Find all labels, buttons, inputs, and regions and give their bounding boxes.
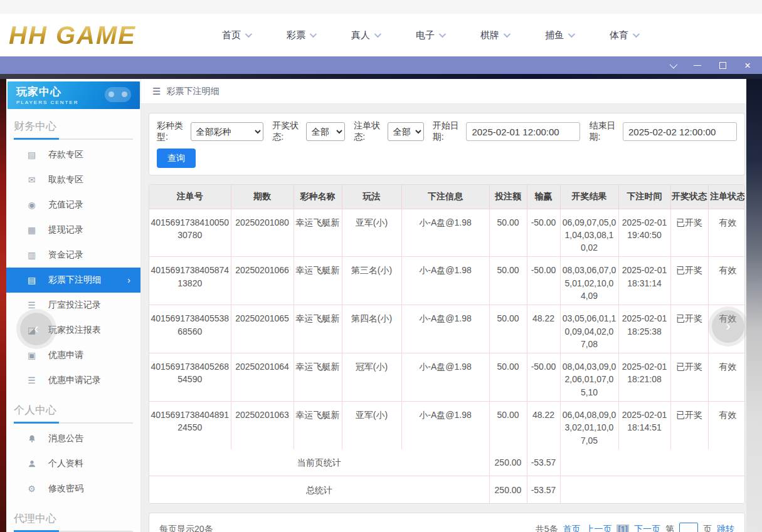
summary-win-loss: -53.57 — [527, 449, 560, 476]
cell-order-id: 401569173840587413820 — [149, 257, 231, 305]
cell-draw-result: 06,09,07,05,01,04,03,08,10,02 — [560, 209, 618, 257]
carousel-prev-button[interactable]: ‹ — [20, 313, 53, 345]
background-right-strip — [746, 79, 762, 532]
start-date-input[interactable] — [466, 122, 580, 141]
cell-bet-amount: 50.00 — [489, 257, 527, 305]
close-button[interactable]: × — [742, 60, 753, 71]
chevron-right-icon: › — [127, 275, 130, 285]
cell-period: 20250201064 — [231, 353, 294, 402]
nav-label: 首页 — [222, 29, 241, 41]
deposit-icon: ▤ — [26, 150, 37, 160]
order-status-label: 注单状态: — [354, 120, 384, 143]
page-suffix-text: 页 — [703, 524, 712, 532]
hamburger-icon[interactable]: ☰ — [152, 86, 161, 97]
nav-label: 捕鱼 — [545, 29, 564, 41]
page-jump-input[interactable] — [679, 523, 698, 532]
section-divider — [14, 138, 133, 140]
section-divider — [14, 422, 133, 424]
summary-row-current-page: 当前页统计 250.00 -53.57 — [149, 449, 745, 476]
sidebar-item-label: 消息公告 — [48, 433, 83, 444]
search-button[interactable]: 查询 — [157, 149, 196, 168]
sidebar-item-withdraw[interactable]: ✉ 取款专区 — [6, 167, 140, 192]
window-dropdown-button[interactable] — [667, 60, 678, 71]
nav-item-home[interactable]: 首页 — [222, 29, 250, 41]
sidebar-item-announcements[interactable]: 消息公告 — [6, 426, 140, 451]
sidebar-item-funds-record[interactable]: ▥ 资金记录 — [6, 243, 140, 268]
sidebar-item-change-password[interactable]: ⚙ 修改密码 — [6, 476, 140, 501]
bets-table-card: 注单号 期数 彩种名称 玩法 下注信息 投注额 输赢 开奖结果 下注时间 开奖状… — [149, 184, 745, 504]
cell-order-id: 401569173840526854590 — [149, 353, 231, 402]
column-header: 下注时间 — [618, 185, 670, 209]
draw-status-label: 开奖状态: — [272, 120, 302, 143]
window-titlebar: × — [0, 56, 762, 74]
section-title-agent: 代理中心 — [14, 511, 133, 526]
cell-draw-status: 已开奖 — [670, 353, 708, 402]
cell-draw-status: 已开奖 — [670, 209, 708, 257]
minimize-button[interactable] — [692, 60, 703, 71]
column-header: 开奖结果 — [560, 185, 618, 209]
site-header: HH GAME 首页 彩票 真人 电子 棋牌 捕鱼 体育 — [0, 0, 762, 56]
nav-item-slots[interactable]: 电子 — [416, 29, 444, 41]
sidebar-item-recharge-record[interactable]: ◉ 充值记录 — [6, 192, 140, 217]
gear-icon: ⚙ — [26, 484, 37, 494]
summary-label: 当前页统计 — [149, 449, 489, 476]
cell-play-type: 亚军(小) — [342, 402, 401, 449]
pagination-bar: 每页显示20条 共5条 首页 上一页 [1] 下一页 第 页 跳转 — [149, 513, 745, 532]
players-center-banner: 玩家中心 PLAYERS CENTER — [8, 81, 140, 109]
sidebar-item-lottery-bet-details[interactable]: ▤ 彩票下注明细 › — [6, 268, 140, 293]
cell-draw-result: 08,04,03,09,02,06,01,07,05,10 — [560, 353, 618, 402]
prev-page-link[interactable]: 上一页 — [585, 524, 611, 532]
sidebar-item-withdraw-record[interactable]: ▦ 提现记录 — [6, 217, 140, 243]
chevron-down-icon — [669, 60, 677, 68]
window-top-border — [0, 74, 762, 79]
summary-bet-total: 250.00 — [489, 476, 527, 503]
chevron-down-icon — [245, 31, 252, 38]
summary-bet-total: 250.00 — [489, 449, 527, 476]
cell-bet-amount: 50.00 — [489, 209, 527, 257]
sidebar-item-profile[interactable]: 个人资料 — [6, 451, 140, 476]
cell-play-type: 亚军(小) — [342, 209, 401, 257]
lottery-type-select[interactable]: 全部彩种 — [191, 122, 264, 141]
cell-period: 20250201080 — [231, 209, 294, 257]
maximize-button[interactable] — [717, 60, 728, 71]
first-page-link[interactable]: 首页 — [563, 524, 580, 532]
jump-link[interactable]: 跳转 — [717, 524, 734, 532]
nav-item-cards[interactable]: 棋牌 — [480, 29, 509, 41]
sidebar-item-promo-apply[interactable]: ▣ 优惠申请 — [6, 343, 140, 368]
cell-draw-status: 已开奖 — [670, 402, 708, 449]
sidebar-item-promo-record[interactable]: ☰ 优惠申请记录 — [6, 368, 140, 393]
cell-win-loss: 48.22 — [527, 305, 560, 353]
maximize-icon — [719, 62, 726, 69]
end-date-label: 结束日期: — [589, 120, 619, 143]
start-date-label: 开始日期: — [433, 120, 463, 143]
next-page-link[interactable]: 下一页 — [634, 524, 660, 532]
cell-win-loss: -50.00 — [527, 257, 560, 305]
column-header: 彩种名称 — [294, 185, 342, 209]
draw-status-select[interactable]: 全部 — [306, 122, 345, 141]
column-header: 注单号 — [149, 185, 231, 209]
nav-item-live[interactable]: 真人 — [351, 29, 379, 41]
page-title: 彩票下注明细 — [166, 86, 219, 97]
nav-item-lottery[interactable]: 彩票 — [287, 29, 315, 41]
sidebar-item-hall-bet-records[interactable]: ☰ 厅室投注记录 — [6, 293, 140, 318]
sidebar-item-label: 玩家投注报表 — [48, 325, 101, 336]
cell-bet-info: 小-A盘@1.98 — [401, 305, 489, 353]
cell-win-loss: -50.00 — [527, 353, 560, 402]
person-icon — [26, 459, 37, 469]
order-status-select[interactable]: 全部 — [388, 122, 424, 141]
sidebar-item-label: 提现记录 — [48, 224, 83, 236]
column-header: 注单状态 — [708, 185, 745, 209]
column-header: 玩法 — [342, 185, 401, 209]
sidebar-item-deposit[interactable]: ▤ 存款专区 — [6, 142, 140, 167]
chevron-down-icon — [310, 31, 317, 38]
background-left-strip — [0, 79, 6, 532]
chevron-down-icon — [374, 31, 381, 38]
end-date-input[interactable] — [623, 122, 737, 141]
nav-item-sports[interactable]: 体育 — [610, 29, 638, 41]
sidebar-item-label: 个人资料 — [48, 458, 83, 469]
carousel-next-button[interactable]: › — [712, 310, 744, 343]
nav-item-fishing[interactable]: 捕鱼 — [545, 29, 573, 41]
cell-bet-amount: 50.00 — [489, 353, 527, 402]
nav-label: 棋牌 — [480, 29, 499, 41]
nav-label: 电子 — [416, 29, 435, 41]
